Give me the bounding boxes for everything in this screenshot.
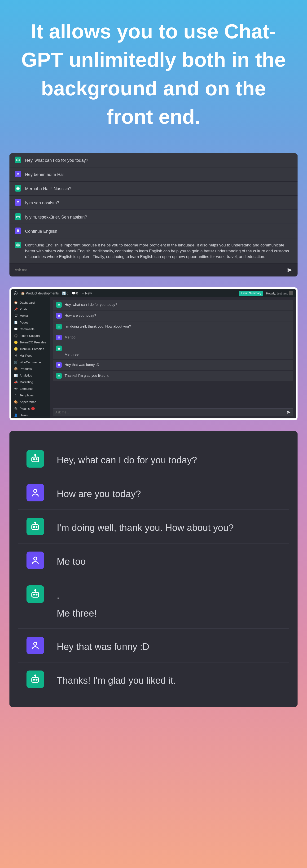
svg-point-22 <box>18 243 18 244</box>
svg-rect-12 <box>17 216 20 218</box>
svg-point-19 <box>17 245 18 246</box>
bot-avatar-icon <box>15 242 21 248</box>
svg-point-10 <box>18 186 18 187</box>
chat-row: Iyim sen nasılsın? <box>9 196 298 210</box>
bot-avatar-icon <box>15 185 21 192</box>
chat-message-text: .Me three! <box>57 585 97 620</box>
svg-point-58 <box>34 557 37 560</box>
svg-point-20 <box>18 245 19 246</box>
svg-point-40 <box>59 347 59 347</box>
chat-message-text: Hey, what can I do for you today? <box>25 157 88 163</box>
chat-row: I'm doing well, thank you. How about you… <box>18 510 289 544</box>
bot-avatar-icon <box>27 518 44 535</box>
svg-point-69 <box>35 675 36 676</box>
menu-icon: ⓔ <box>14 386 18 391</box>
front-chat-panel: Hey, what can I do for you today?Hey ben… <box>9 153 298 277</box>
svg-point-54 <box>33 526 34 527</box>
svg-rect-0 <box>17 159 20 161</box>
chat-row: How are you today? <box>53 311 293 321</box>
user-avatar-icon <box>56 313 62 318</box>
sidebar-item-elementor[interactable]: ⓔElementor <box>11 385 50 392</box>
svg-rect-30 <box>58 326 60 328</box>
ticket-summary-badge[interactable]: Ticket Summary <box>239 291 263 296</box>
sidebar-item-fluent-support[interactable]: 🎧Fluent Support <box>11 332 50 339</box>
svg-point-64 <box>34 642 37 645</box>
sidebar-item-users[interactable]: 👤Users <box>11 412 50 418</box>
chat-message-text: How are you today? <box>57 484 141 501</box>
svg-point-16 <box>18 215 18 215</box>
sidebar-item-media[interactable]: 🖼Media <box>11 312 50 319</box>
sidebar-item-posts[interactable]: 📌Posts <box>11 306 50 312</box>
bot-avatar-icon <box>56 345 62 351</box>
chat-row: Hey, what can I do for you today? <box>53 300 293 310</box>
sidebar-item-label: Pages <box>20 321 28 324</box>
sidebar-item-label: WooCommerce <box>20 361 41 364</box>
sidebar-item-tokenico-presales[interactable]: 🪙TokenICO Presales <box>11 339 50 345</box>
sidebar-item-label: Appearance <box>20 400 36 404</box>
svg-rect-18 <box>17 244 20 246</box>
sidebar-item-comments[interactable]: 💬Comments <box>11 326 50 332</box>
chat-message-text: Thanks! I'm glad you liked it. <box>57 671 176 687</box>
chat-message-text: Me too <box>65 335 75 340</box>
svg-point-17 <box>17 229 19 230</box>
svg-point-48 <box>33 459 34 460</box>
svg-rect-53 <box>32 525 38 530</box>
sidebar-item-label: Analytics <box>20 374 32 377</box>
menu-icon: 🖼 <box>14 314 18 318</box>
svg-point-63 <box>35 590 36 591</box>
chat-input-bar <box>9 264 298 277</box>
bot-avatar-icon <box>27 671 44 688</box>
sidebar-item-tronico-presales[interactable]: 🪙TronICO Presales <box>11 345 50 352</box>
howdy-link[interactable]: Howdy, test test <box>266 291 293 296</box>
sidebar-item-products[interactable]: 📦Products <box>11 365 50 372</box>
sidebar-item-label: Comments <box>20 327 34 331</box>
chat-row: Hey that was funny :D <box>53 360 293 370</box>
new-link[interactable]: ＋ New <box>81 291 92 296</box>
sidebar-item-label: Users <box>20 413 28 417</box>
updates-icon[interactable]: 🔄 0 <box>62 291 68 295</box>
sidebar-item-pages[interactable]: 📄Pages <box>11 319 50 326</box>
sidebar-item-mailpoet[interactable]: MMailPoet <box>11 352 50 359</box>
svg-point-26 <box>59 305 60 305</box>
chat-message-text: .Me three! <box>65 345 80 357</box>
sidebar-item-label: Products <box>20 367 32 371</box>
sidebar-item-dashboard[interactable]: 🏠Dashboard <box>11 299 50 306</box>
sidebar-item-plugins[interactable]: 🔌Plugins1 <box>11 405 50 412</box>
wp-logo-icon[interactable] <box>14 291 18 295</box>
send-icon[interactable] <box>287 268 292 273</box>
svg-rect-36 <box>58 348 60 349</box>
svg-point-55 <box>36 526 37 527</box>
menu-icon: 🎧 <box>14 334 18 338</box>
menu-icon: 🪙 <box>14 347 18 351</box>
svg-point-7 <box>17 188 18 189</box>
wp-chat-input[interactable] <box>55 410 286 414</box>
chat-message-text: Hey that was funny :D <box>65 362 99 367</box>
svg-point-61 <box>36 594 37 595</box>
sidebar-item-templates[interactable]: 🗂Templates <box>11 392 50 399</box>
sidebar-item-label: Posts <box>20 307 27 311</box>
send-icon[interactable] <box>286 410 291 414</box>
sidebar-item-analytics[interactable]: 📊Analytics <box>11 372 50 379</box>
user-avatar-thumb <box>289 291 293 296</box>
update-badge: 1 <box>31 407 35 410</box>
comments-icon[interactable]: 💬 0 <box>72 291 78 295</box>
sidebar-item-label: Dashboard <box>20 301 35 304</box>
chat-row: Hey, what can I do for you today? <box>9 153 298 167</box>
svg-point-14 <box>18 217 19 217</box>
svg-point-66 <box>33 679 34 680</box>
chat-row: Hey that was funny :D <box>18 629 289 662</box>
sidebar-item-marketing[interactable]: 📣Marketing <box>11 379 50 385</box>
sidebar-item-woocommerce[interactable]: 🛒WooCommerce <box>11 359 50 365</box>
chat-message-text: I'm doing well, thank you. How about you… <box>57 518 234 535</box>
user-avatar-icon <box>56 362 62 368</box>
sidebar-item-appearance[interactable]: 🎨Appearance <box>11 399 50 405</box>
chat-input[interactable] <box>15 268 287 272</box>
svg-point-51 <box>35 455 36 456</box>
menu-icon: 🏠 <box>14 301 18 304</box>
sidebar-item-label: Templates <box>20 394 34 397</box>
site-name-link[interactable]: 🏠 Product developments <box>21 291 59 295</box>
chat-row: Hey benim adım Halil <box>9 167 298 181</box>
sidebar-item-label: Plugins <box>20 407 30 410</box>
menu-icon: 🗂 <box>14 394 18 397</box>
chat-message-text: How are you today? <box>65 313 96 318</box>
